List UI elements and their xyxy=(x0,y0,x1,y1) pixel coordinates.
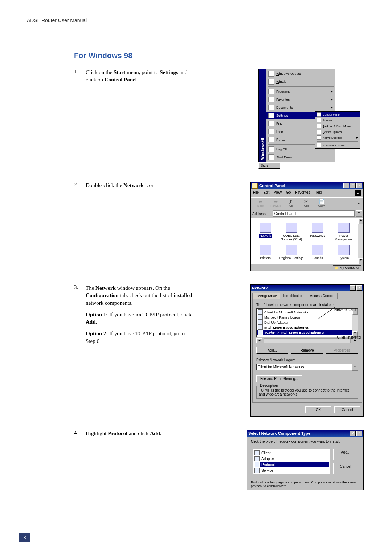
menu-edit[interactable]: Edit xyxy=(263,190,269,196)
applet-icon xyxy=(338,245,350,255)
step-1-row: 1. Click on the Start menu, point to Set… xyxy=(74,69,365,169)
component-icon xyxy=(258,320,263,325)
component-type-item[interactable]: Adapter xyxy=(254,456,329,462)
close-button[interactable]: × xyxy=(356,183,362,188)
control-panel-item[interactable]: Printers xyxy=(253,245,278,260)
component-explain: Protocol is a 'language' a computer uses… xyxy=(247,481,363,490)
component-type-icon xyxy=(254,468,260,473)
control-panel-item[interactable]: Power Management xyxy=(331,223,356,241)
submenu-item[interactable]: Active Desktop ▶ xyxy=(315,135,360,141)
forward-button[interactable]: ⇒Forward xyxy=(268,199,283,207)
applet-icon xyxy=(312,223,323,233)
close-button[interactable]: × xyxy=(356,285,362,291)
callout-network-card: Network card xyxy=(334,308,356,312)
control-panel-item[interactable]: Regional Settings xyxy=(279,245,304,260)
menu-item-icon xyxy=(268,121,274,126)
hscroll-left[interactable]: ◀ xyxy=(256,338,262,343)
tab-identification[interactable]: Identification xyxy=(280,293,307,299)
network-component-item[interactable]: Microsoft Family Logon xyxy=(257,315,352,320)
step-2-text: Double-click the Network icon xyxy=(86,182,195,189)
select-component-prompt: Click the type of network component you … xyxy=(247,437,363,445)
tab-configuration[interactable]: Configuration xyxy=(252,293,280,299)
primary-logon-combo[interactable] xyxy=(256,364,352,370)
applet-icon xyxy=(338,223,350,233)
step-2-row: 2. Double-click the Network icon Control… xyxy=(74,182,365,271)
component-type-item[interactable]: Service xyxy=(254,467,329,473)
vertical-scrollbar[interactable]: ▲▼ xyxy=(358,218,363,264)
menu-help[interactable]: Help xyxy=(314,190,322,196)
ie-logo-icon: e xyxy=(355,190,361,196)
control-panel-item[interactable]: System xyxy=(331,245,356,260)
component-type-item[interactable]: Protocol xyxy=(254,462,329,467)
submenu-item[interactable]: Control Panel xyxy=(315,112,360,117)
network-component-item[interactable]: Intel 82595-Based Ethernet xyxy=(257,325,352,330)
add-button[interactable]: Add... xyxy=(256,347,288,354)
components-listbox[interactable]: Client for Microsoft NetworksMicrosoft F… xyxy=(256,308,358,337)
toolbar-overflow[interactable]: » xyxy=(356,201,361,205)
combo-dropdown[interactable]: ▼ xyxy=(352,364,358,371)
menu-file[interactable]: File xyxy=(253,190,259,196)
network-component-item[interactable]: Dial-Up Adapter xyxy=(257,320,352,325)
start-menu-item[interactable]: Programs ▶ xyxy=(266,88,335,96)
address-label: Address xyxy=(252,212,266,216)
back-button[interactable]: ⇐Back xyxy=(253,199,268,207)
remove-button[interactable]: Remove xyxy=(291,347,323,354)
cut-button[interactable]: ✂Cut xyxy=(299,199,314,207)
start-menu-item[interactable]: Windows Update xyxy=(266,70,335,78)
close-button[interactable]: × xyxy=(356,431,362,436)
address-input[interactable] xyxy=(273,210,355,217)
start-button[interactable]: Start xyxy=(258,162,280,169)
submenu-item[interactable]: Folder Options... xyxy=(315,129,360,135)
control-panel-item[interactable]: Network xyxy=(253,223,278,241)
cancel-button[interactable]: Cancel xyxy=(333,463,358,474)
menu-go[interactable]: Go xyxy=(286,190,291,196)
component-icon xyxy=(258,309,263,315)
submenu-item[interactable]: Windows Update... xyxy=(315,142,360,148)
submenu-item[interactable]: Printers xyxy=(315,117,360,123)
listbox-scrollbar[interactable]: ▲▼ xyxy=(352,309,358,337)
start-menu-item[interactable]: Favorites ▶ xyxy=(266,96,335,104)
network-component-item[interactable]: TCP/IP -> Intel 82595-Based Ethernet xyxy=(257,330,352,335)
submenu-item[interactable]: Taskbar & Start Menu... xyxy=(315,123,360,129)
step-4-row: 4. Highlight Protocol and click Add. Sel… xyxy=(74,430,365,490)
properties-button[interactable]: Properties xyxy=(326,347,358,354)
select-component-title: Select Network Component Type xyxy=(248,431,310,436)
control-panel-item[interactable]: Sounds xyxy=(305,245,330,260)
settings-submenu: Control Panel Printers Taskbar & Start M… xyxy=(315,111,360,149)
maximize-button[interactable]: □ xyxy=(350,183,356,188)
copy-button[interactable]: 📄Copy xyxy=(314,199,329,207)
component-type-item[interactable]: Client xyxy=(254,450,329,456)
help-button[interactable]: ? xyxy=(350,431,356,436)
description-text: TCP/IP is the protocol you use to connec… xyxy=(259,388,349,396)
cancel-button[interactable]: Cancel xyxy=(334,406,360,413)
step-3-row: 3. The Network window appears. On the Co… xyxy=(74,284,365,417)
ok-button[interactable]: OK xyxy=(305,406,331,413)
menu-item-icon xyxy=(268,113,274,118)
control-panel-title: Control Panel xyxy=(259,183,285,188)
menu-favorites[interactable]: Favorites xyxy=(295,190,310,196)
help-button[interactable]: ? xyxy=(350,285,356,291)
start-menu-item[interactable]: Documents ▶ xyxy=(266,104,335,112)
step-1-text: Click on the Start menu, point to Settin… xyxy=(86,69,195,84)
start-menu-band: Windows98 xyxy=(259,69,266,162)
control-panel-item[interactable]: ODBC Data Sources (32bit) xyxy=(279,223,304,241)
control-panel-item[interactable]: Passwords xyxy=(305,223,330,241)
menu-view[interactable]: View xyxy=(274,190,282,196)
file-print-sharing-button[interactable]: File and Print Sharing... xyxy=(256,375,302,382)
step-4-number: 4. xyxy=(74,430,86,436)
component-type-icon xyxy=(254,456,260,461)
menu-item-icon xyxy=(268,154,274,160)
menubar: File Edit View Go Favorites Help e xyxy=(251,189,363,197)
step-2-number: 2. xyxy=(74,182,86,188)
up-button[interactable]: ⮭Up xyxy=(283,199,299,207)
start-menu-item[interactable]: WinZip xyxy=(266,78,335,86)
menu-item-icon xyxy=(268,97,274,102)
start-menu-item[interactable]: Shut Down... xyxy=(266,153,335,161)
network-dialog: Network ? × Configuration Identification… xyxy=(250,284,364,417)
address-dropdown[interactable]: ▼ xyxy=(356,210,362,217)
component-type-listbox[interactable]: ClientAdapterProtocolService xyxy=(253,449,330,474)
tab-access-control[interactable]: Access Control xyxy=(307,293,338,299)
component-type-icon xyxy=(254,450,260,455)
add-button[interactable]: Add... xyxy=(333,449,358,460)
minimize-button[interactable]: _ xyxy=(343,183,349,188)
